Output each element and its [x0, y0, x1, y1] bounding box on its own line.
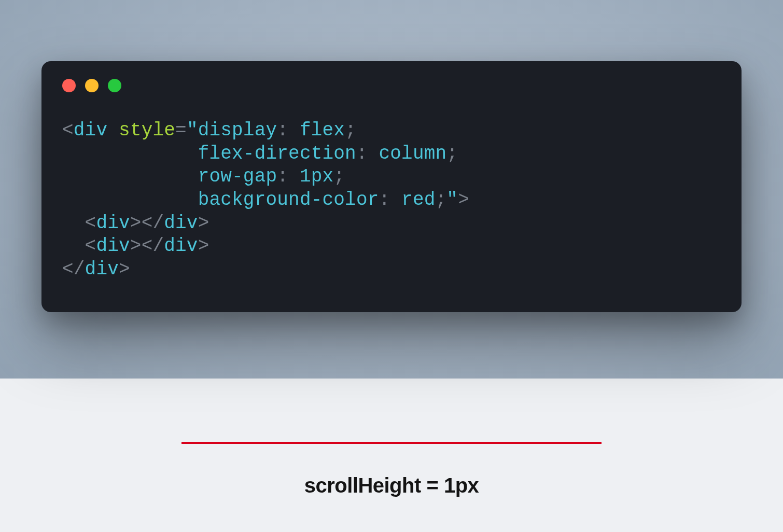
code-css-val-2: column: [379, 143, 447, 164]
code-child-tag-2: div: [96, 235, 130, 257]
code-block: <div style="display: flex; flex-directio…: [62, 119, 721, 281]
zoom-icon: [108, 79, 121, 92]
minimize-icon: [85, 79, 99, 92]
code-attr-name: style: [119, 120, 175, 141]
code-css-prop-2: flex-direction: [198, 143, 356, 164]
close-icon: [62, 79, 76, 92]
code-child-close-2: div: [164, 235, 198, 257]
code-css-prop-3: row-gap: [198, 166, 277, 187]
output-panel: scrollHeight = 1px: [0, 379, 783, 532]
code-css-prop-4: background-color: [198, 189, 379, 211]
code-child-close-1: div: [164, 213, 198, 234]
code-css-val-1: flex: [300, 120, 345, 141]
rendered-flex-container: [181, 442, 602, 444]
code-window: <div style="display: flex; flex-directio…: [41, 61, 742, 312]
code-css-val-3: 1px: [300, 166, 333, 187]
code-child-tag-1: div: [96, 213, 130, 234]
code-close-tag: div: [85, 259, 119, 280]
caption-text: scrollHeight = 1px: [0, 474, 783, 497]
window-traffic-lights: [62, 79, 721, 92]
code-css-val-4: red: [401, 189, 435, 211]
code-open-tag: div: [74, 120, 107, 141]
code-example-panel: <div style="display: flex; flex-directio…: [0, 0, 783, 379]
code-css-prop-1: display: [198, 120, 277, 141]
